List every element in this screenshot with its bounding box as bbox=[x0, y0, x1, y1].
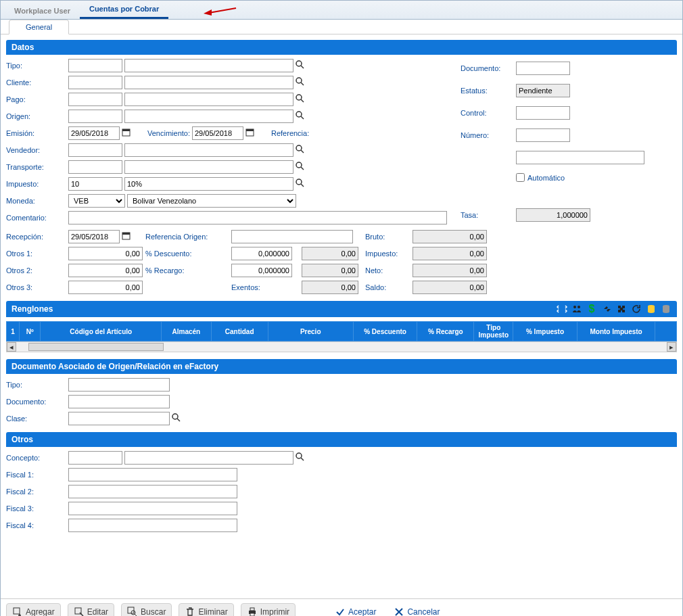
search-icon bbox=[127, 607, 138, 616]
agregar-button[interactable]: Agregar bbox=[6, 603, 61, 616]
subtab-general[interactable]: General bbox=[9, 20, 69, 34]
label-control: Control: bbox=[461, 109, 513, 117]
label-impuesto-t: Impuesto: bbox=[365, 250, 410, 258]
label-origen: Origen: bbox=[6, 112, 66, 120]
pago-desc-input[interactable] bbox=[124, 93, 293, 106]
vendedor-desc-input[interactable] bbox=[124, 143, 293, 157]
tipo-code-input[interactable] bbox=[68, 59, 122, 72]
database-yellow-icon[interactable] bbox=[646, 304, 657, 314]
grid-col-idx[interactable]: 1 bbox=[7, 322, 20, 341]
recepcion-date-input[interactable] bbox=[68, 230, 120, 243]
otros3-input[interactable] bbox=[68, 281, 143, 294]
section-datos-header: Datos bbox=[6, 40, 677, 55]
grid-col-extra[interactable] bbox=[655, 322, 677, 341]
pct-descuento-input[interactable] bbox=[231, 247, 292, 260]
otros2-input[interactable] bbox=[68, 264, 143, 277]
buscar-button[interactable]: Buscar bbox=[121, 603, 172, 616]
search-icon[interactable] bbox=[296, 145, 305, 156]
search-icon[interactable] bbox=[296, 77, 305, 88]
calendar-icon[interactable] bbox=[122, 128, 131, 139]
database-gray-icon[interactable] bbox=[661, 304, 672, 314]
fiscal2-input[interactable] bbox=[68, 485, 237, 498]
grid-horizontal-scrollbar[interactable]: ◂ ▸ bbox=[6, 341, 677, 352]
impuesto-desc-input[interactable] bbox=[124, 177, 293, 191]
automatico-checkbox[interactable] bbox=[516, 173, 525, 182]
search-icon[interactable] bbox=[296, 60, 305, 71]
label-automatico: Automático bbox=[527, 174, 565, 182]
numero-input[interactable] bbox=[516, 128, 570, 142]
grid-col-precio[interactable]: Precio bbox=[268, 322, 353, 341]
transporte-code-input[interactable] bbox=[68, 160, 122, 174]
section-otros-header: Otros bbox=[6, 432, 677, 447]
impuesto-code-input[interactable] bbox=[68, 177, 122, 191]
search-icon[interactable] bbox=[296, 179, 305, 189]
grid-col-descuento[interactable]: % Descuento bbox=[353, 322, 417, 341]
vencimiento-date-input[interactable] bbox=[192, 126, 243, 140]
otros1-input[interactable] bbox=[68, 247, 143, 260]
refresh-icon[interactable] bbox=[631, 304, 642, 314]
origen-code-input[interactable] bbox=[68, 110, 122, 123]
svg-marker-5 bbox=[204, 9, 212, 16]
grid-col-monto-imp[interactable]: Monto Impuesto bbox=[577, 322, 655, 341]
search-icon[interactable] bbox=[296, 452, 305, 463]
vendedor-code-input[interactable] bbox=[68, 143, 122, 157]
cancelar-button[interactable]: Cancelar bbox=[388, 604, 445, 616]
search-icon[interactable] bbox=[296, 162, 305, 172]
fiscal1-input[interactable] bbox=[68, 468, 237, 481]
fiscal4-input[interactable] bbox=[68, 519, 237, 532]
svg-rect-15 bbox=[250, 608, 254, 611]
editar-button[interactable]: Editar bbox=[68, 603, 114, 616]
calendar-icon[interactable] bbox=[122, 231, 131, 242]
grid-col-no[interactable]: Nº bbox=[19, 322, 41, 341]
emision-date-input[interactable] bbox=[68, 126, 120, 140]
control-input[interactable] bbox=[516, 106, 570, 120]
concepto-code-input[interactable] bbox=[68, 451, 122, 465]
pago-code-input[interactable] bbox=[68, 93, 122, 106]
grid-col-tipo-imp[interactable]: Tipo Impuesto bbox=[474, 322, 513, 341]
renglones-grid[interactable]: 1 Nº Código del Artículo Almacén Cantida… bbox=[6, 321, 677, 341]
search-icon[interactable] bbox=[296, 94, 305, 105]
moneda-desc-select[interactable]: Bolivar Venezolano bbox=[127, 194, 296, 208]
asoc-clase-input[interactable] bbox=[68, 412, 170, 425]
label-bruto: Bruto: bbox=[365, 233, 410, 241]
fiscal3-input[interactable] bbox=[68, 502, 237, 515]
search-icon[interactable] bbox=[172, 413, 181, 424]
asoc-tipo-input[interactable] bbox=[68, 378, 170, 392]
documento-input[interactable] bbox=[516, 62, 570, 75]
eliminar-button[interactable]: Eliminar bbox=[179, 603, 233, 616]
asoc-documento-input[interactable] bbox=[68, 395, 170, 408]
concepto-desc-input[interactable] bbox=[124, 451, 293, 465]
transporte-desc-input[interactable] bbox=[124, 160, 293, 174]
ref-origen-input[interactable] bbox=[231, 230, 353, 243]
grid-col-almacen[interactable]: Almacén bbox=[162, 322, 212, 341]
neto-input bbox=[413, 264, 487, 277]
grid-col-recargo[interactable]: % Recargo bbox=[417, 322, 474, 341]
expand-icon[interactable] bbox=[557, 304, 567, 314]
referencia-input[interactable] bbox=[516, 151, 644, 164]
grid-col-cantidad[interactable]: Cantidad bbox=[211, 322, 268, 341]
puzzle-icon[interactable] bbox=[616, 304, 627, 314]
scroll-right-icon[interactable]: ▸ bbox=[667, 342, 676, 352]
search-icon[interactable] bbox=[296, 111, 305, 122]
users-icon[interactable] bbox=[571, 304, 582, 314]
tipo-desc-input[interactable] bbox=[124, 59, 293, 72]
moneda-select[interactable]: VEB bbox=[68, 194, 125, 208]
grid-col-codigo[interactable]: Código del Artículo bbox=[41, 322, 162, 341]
edit-icon bbox=[74, 607, 85, 616]
cliente-code-input[interactable] bbox=[68, 76, 122, 89]
label-estatus: Estatus: bbox=[461, 87, 513, 95]
tab-cxc[interactable]: Cuentas por Cobrar bbox=[80, 1, 168, 19]
arrow-icon[interactable] bbox=[601, 304, 612, 314]
tab-workplace[interactable]: Workplace User bbox=[5, 3, 80, 19]
cliente-desc-input[interactable] bbox=[124, 76, 293, 89]
imprimir-button[interactable]: Imprimir bbox=[241, 603, 296, 616]
scroll-left-icon[interactable]: ◂ bbox=[7, 342, 16, 352]
grid-col-pct-imp[interactable]: % Impuesto bbox=[513, 322, 578, 341]
dollar-icon[interactable]: $ bbox=[586, 304, 597, 314]
calendar-icon[interactable] bbox=[245, 128, 255, 139]
pct-recargo-input[interactable] bbox=[231, 264, 292, 277]
comentario-input[interactable] bbox=[68, 211, 447, 224]
aceptar-button[interactable]: Aceptar bbox=[329, 604, 381, 616]
origen-desc-input[interactable] bbox=[124, 110, 293, 123]
label-neto: Neto: bbox=[365, 266, 410, 275]
